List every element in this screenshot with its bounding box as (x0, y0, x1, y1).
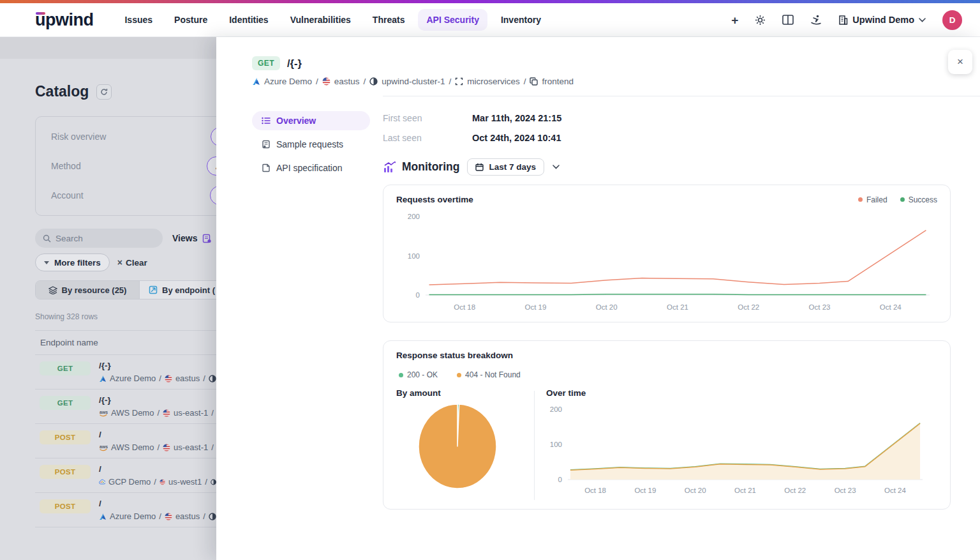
clear-filters-button[interactable]: × Clear (117, 257, 147, 268)
layers-icon (48, 286, 57, 294)
svg-text:Oct 18: Oct 18 (454, 303, 475, 311)
top-navigation: upwind Issues Posture Identities Vulnera… (0, 3, 980, 37)
breadcrumb-region[interactable]: eastus (334, 77, 360, 86)
tab-by-resource[interactable]: By resource (25) (36, 281, 140, 299)
us-flag-icon (165, 513, 172, 520)
endpoint-path: / (99, 499, 216, 508)
detail-endpoint-path: /{-} (287, 57, 302, 70)
success-legend-dot (900, 197, 905, 202)
endpoint-provider: Azure Demo/ eastus/ (99, 511, 216, 521)
requests-overtime-card: Requests overtime Failed Success 0100200… (383, 185, 951, 322)
svg-text:Oct 18: Oct 18 (584, 487, 606, 494)
settings-gear-icon[interactable] (755, 15, 766, 26)
close-panel-button[interactable]: × (948, 50, 972, 74)
detail-tab-overview[interactable]: Overview (252, 111, 370, 130)
svg-text:Oct 21: Oct 21 (734, 487, 756, 494)
detail-tab-sample-requests[interactable]: Sample requests (252, 135, 370, 154)
method-badge: POST (40, 465, 91, 479)
endpoint-provider: Azure Demo/ eastus/ (99, 374, 216, 383)
search-input[interactable] (56, 234, 138, 243)
search-icon (43, 234, 51, 243)
first-seen-label: First seen (383, 113, 472, 123)
endpoint-row[interactable]: POST / Azure Demo/ eastus/ (35, 493, 216, 527)
breadcrumb-account[interactable]: Azure Demo (264, 77, 312, 86)
range-chevron-button[interactable] (553, 165, 560, 169)
nav-threats[interactable]: Threats (364, 9, 413, 31)
method-badge: POST (40, 499, 91, 513)
breadcrumb: Azure Demo / eastus / upwind-cluster-1 /… (252, 77, 980, 86)
user-avatar[interactable]: D (942, 10, 962, 30)
filters-card: Risk overview All Method All met Account (35, 116, 216, 216)
search-input-wrap (35, 229, 163, 248)
endpoint-icon (149, 285, 158, 294)
org-switcher[interactable]: Upwind Demo (838, 15, 926, 25)
status-404-legend-label: 404 - Not Found (465, 370, 521, 379)
status-404-legend-dot (457, 373, 461, 377)
status-pie-chart (396, 398, 524, 494)
endpoint-row[interactable]: GET /{-} aws AWS Demo/ us-east-1/ (35, 390, 216, 424)
detail-method-badge: GET (252, 56, 280, 70)
row-count-status: Showing 328 rows (35, 312, 216, 321)
risk-overview-filter[interactable]: All (211, 127, 216, 146)
breadcrumb-workload[interactable]: frontend (542, 77, 574, 86)
svg-text:Oct 19: Oct 19 (634, 487, 656, 494)
requests-overtime-title: Requests overtime (396, 195, 473, 204)
svg-text:100: 100 (550, 441, 562, 448)
nav-inventory[interactable]: Inventory (493, 9, 549, 31)
time-range-button[interactable]: Last 7 days (467, 158, 544, 176)
chevron-down-icon (553, 165, 560, 169)
primary-nav: Issues Posture Identities Vulnerabilitie… (116, 9, 549, 31)
azure-icon (99, 375, 107, 382)
svg-text:Oct 21: Oct 21 (667, 303, 688, 311)
breakdown-legend: 200 - OK 404 - Not Found (399, 370, 937, 379)
breadcrumb-namespace[interactable]: microservices (467, 77, 520, 86)
svg-text:200: 200 (550, 405, 562, 413)
views-control[interactable]: Views (172, 233, 212, 243)
nav-api-security[interactable]: API Security (418, 9, 487, 31)
gcp-icon (99, 478, 105, 485)
azure-icon (252, 77, 260, 86)
svg-text:Oct 20: Oct 20 (685, 487, 706, 494)
endpoint-path: /{-} (99, 395, 214, 405)
calendar-icon (475, 163, 484, 171)
svg-text:0: 0 (558, 476, 562, 483)
endpoint-column-header[interactable]: Endpoint name (35, 330, 216, 355)
method-badge: POST (40, 430, 91, 444)
detail-tab-api-specification[interactable]: API specification (252, 158, 370, 178)
sample-requests-icon (262, 140, 271, 149)
breadcrumb-cluster[interactable]: upwind-cluster-1 (382, 77, 445, 86)
response-breakdown-card: Response status breakdown 200 - OK 404 -… (383, 340, 951, 510)
method-filter[interactable]: All met (207, 156, 216, 176)
sidebar-header-strip (0, 37, 216, 59)
list-icon (262, 117, 271, 125)
method-badge: GET (40, 396, 91, 410)
refresh-button[interactable] (96, 84, 112, 100)
triangle-down-icon (44, 261, 49, 264)
status-200-legend-dot (399, 373, 403, 377)
upwind-logo[interactable]: upwind (35, 10, 93, 30)
us-flag-icon (322, 77, 330, 86)
endpoint-provider: aws AWS Demo/ us-east-1/ (99, 408, 214, 418)
namespace-brackets-icon (455, 77, 463, 86)
over-time-title: Over time (546, 388, 937, 398)
svg-text:Oct 24: Oct 24 (880, 303, 902, 311)
endpoint-row[interactable]: GET /{-} Azure Demo/ eastus/ (35, 355, 216, 390)
status-200-legend-label: 200 - OK (407, 370, 438, 379)
us-flag-icon (163, 444, 170, 451)
endpoint-row[interactable]: POST / aws AWS Demo/ us-east-1/ (35, 424, 216, 458)
more-filters-button[interactable]: More filters (35, 254, 110, 271)
workload-copy-icon (530, 77, 538, 86)
requests-overtime-chart: 0100200Oct 18Oct 19Oct 20Oct 21Oct 22Oct… (396, 204, 937, 314)
docs-book-icon[interactable] (782, 15, 794, 25)
endpoint-row[interactable]: POST / GCP Demo/ us-west1/ (35, 458, 216, 493)
svg-text:aws: aws (100, 410, 108, 414)
onboarding-ski-icon[interactable] (810, 14, 822, 26)
by-amount-title: By amount (396, 388, 529, 398)
nav-identities[interactable]: Identities (221, 9, 276, 31)
account-filter[interactable]: All (210, 186, 216, 205)
nav-issues[interactable]: Issues (116, 9, 161, 31)
tab-by-endpoint[interactable]: By endpoint ( (140, 281, 216, 299)
add-icon[interactable]: + (731, 14, 738, 26)
nav-posture[interactable]: Posture (166, 9, 216, 31)
nav-vulnerabilities[interactable]: Vulnerabilities (282, 9, 359, 31)
